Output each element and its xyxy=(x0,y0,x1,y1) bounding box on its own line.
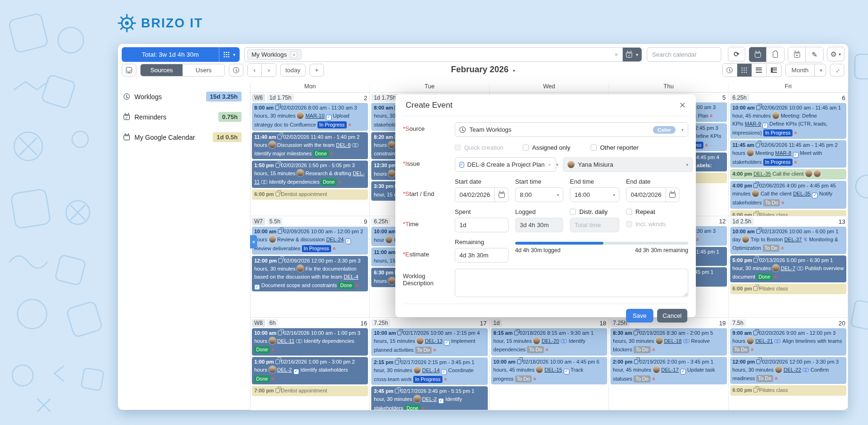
collapse-icon[interactable]: » xyxy=(702,144,711,147)
start-date-field[interactable]: 04/02/2026 xyxy=(455,187,509,202)
close-icon[interactable]: × xyxy=(679,101,685,110)
datepicker-button[interactable] xyxy=(666,188,679,202)
collapse-icon[interactable]: » xyxy=(649,377,658,381)
filter-bar[interactable]: My Worklogs× × ✓▾ xyxy=(244,47,642,62)
time-view-button[interactable] xyxy=(723,64,737,76)
distr-daily-checkbox[interactable]: Distr. daily xyxy=(570,208,619,215)
tab-sources[interactable]: Sources xyxy=(141,64,183,76)
incl-wknds-checkbox[interactable]: Incl. wknds xyxy=(626,221,679,228)
settings-button[interactable]: ⚙▾ xyxy=(827,47,844,61)
issue-clear-icon[interactable]: × xyxy=(548,162,551,168)
start-time-select[interactable]: 8:00▾ xyxy=(515,187,563,202)
recent-button[interactable] xyxy=(229,64,243,76)
repeat-checkbox[interactable]: Repeat xyxy=(626,208,679,215)
issue-key-link[interactable]: DEL-11 xyxy=(277,338,294,344)
period-select-caret[interactable]: ▾ xyxy=(814,64,826,76)
spent-value[interactable] xyxy=(455,221,508,229)
calendar-event[interactable]: 11:40 am02/02/2026 11:40 am - 1:40 pm 2 … xyxy=(252,132,368,160)
assigned-only-checkbox[interactable]: Assigned only xyxy=(523,144,584,151)
issue-key-link[interactable]: DEL-18 xyxy=(664,338,682,344)
calendar-view-button[interactable] xyxy=(749,47,767,62)
collapse-icon[interactable]: » xyxy=(649,348,658,351)
calendar-event[interactable]: 10:00 am02/06/2026 10:00 am - 11:45 am 1… xyxy=(730,103,846,139)
search-input[interactable] xyxy=(647,47,721,62)
collapse-icon[interactable]: » xyxy=(330,247,339,250)
sidebar-item-reminders[interactable]: ✓Reminders0.75h xyxy=(124,112,242,122)
refresh-button[interactable]: ⟳ xyxy=(728,47,745,61)
day-cell[interactable]: W75.5h910:00 am02/09/2026 10:00 am - 12:… xyxy=(250,216,370,318)
list-view-button[interactable] xyxy=(752,64,767,76)
issue-select[interactable]: DEL-8 Create a Project Plan × ▾ xyxy=(455,157,556,172)
day-cell[interactable]: 7.25h1710:00 am02/17/2026 10:00 am - 2:1… xyxy=(370,318,489,410)
calendar-event[interactable]: 6:00 pmPilates class xyxy=(730,210,846,216)
next-button[interactable]: › xyxy=(262,64,276,76)
end-date-field[interactable]: 04/02/2026 xyxy=(626,187,679,202)
collapse-icon[interactable]: » xyxy=(430,348,439,352)
save-button[interactable]: Save xyxy=(626,309,653,323)
filter-tag[interactable]: My Worklogs× xyxy=(247,49,301,60)
issue-key-link[interactable]: DEL-2 xyxy=(277,367,292,373)
edit-button[interactable]: ✎ xyxy=(806,47,823,62)
calendar-event[interactable]: 8:15 am02/18/2026 8:15 am - 9:30 am 1 ho… xyxy=(491,328,607,356)
remaining-value[interactable] xyxy=(455,252,508,259)
calendar-event[interactable]: 10:00 am02/09/2026 10:00 am - 12:00 pm 2… xyxy=(252,227,368,255)
day-cell[interactable]: 7.5h209:00 am02/20/2026 9:00 am - 12:00 … xyxy=(729,318,848,410)
sidebar-item-worklogs[interactable]: Worklogs15d 3.25h xyxy=(124,92,242,102)
calendar-event[interactable]: 6:00 pmPilates class xyxy=(730,385,846,396)
calendar-event[interactable]: 7:00 pmDentist appointment xyxy=(252,386,368,396)
issue-key-link[interactable]: MAR-10 xyxy=(305,113,324,119)
total-time-button[interactable]: Total: 3w 1d 4h 30m ▾ xyxy=(122,47,240,62)
calendar-event[interactable]: 3:45 pm02/17/2026 3:45 pm - 5:15 pm 1 ho… xyxy=(371,386,487,410)
collapse-icon[interactable]: » xyxy=(778,246,787,250)
issue-key-link[interactable]: DEL-22 xyxy=(784,367,801,373)
collapse-icon[interactable]: » xyxy=(327,152,336,155)
issue-key-link[interactable]: DEL-17 xyxy=(661,367,679,373)
day-cell[interactable]: 6.25h610:00 am02/06/2026 10:00 am - 11:4… xyxy=(729,93,848,216)
calendar-event[interactable]: 4:00 pmDEL-35Call the client xyxy=(730,169,846,179)
issue-key-link[interactable]: DEL-35 xyxy=(753,171,771,177)
source-field[interactable]: Team Worklogs Color ▾ xyxy=(455,122,688,137)
issue-key-link[interactable]: DEL-24 xyxy=(326,237,343,242)
worklog-description-textarea[interactable] xyxy=(455,269,688,297)
issue-key-link[interactable]: DEL-7 xyxy=(781,265,795,271)
issue-key-link[interactable]: DEL-20 xyxy=(542,338,559,344)
collapse-icon[interactable]: » xyxy=(530,377,539,381)
period-select-value[interactable]: Month xyxy=(786,64,814,76)
collapse-icon[interactable]: » xyxy=(748,348,757,351)
day-cell[interactable]: 1d 2.5h1310:00 am02/13/2026 10:00 am - 6… xyxy=(729,216,848,318)
collapse-icon[interactable]: » xyxy=(791,161,800,164)
issue-key-link[interactable]: DEL-35 xyxy=(793,191,810,196)
day-cell[interactable]: W86h1610:00 am02/16/2026 10:00 am - 1:00… xyxy=(250,318,370,410)
issue-key-link[interactable]: DEL-14 xyxy=(422,367,440,373)
datepicker-button[interactable] xyxy=(494,188,508,202)
filter-clear-icon[interactable]: × xyxy=(609,51,623,58)
issue-key-link[interactable]: MAR-8 xyxy=(775,150,791,156)
collapse-icon[interactable]: » xyxy=(352,284,361,287)
calendar-event[interactable]: 5:00 pm02/13/2026 5:00 pm - 6:30 pm 1 ho… xyxy=(730,255,846,283)
calendar-event[interactable]: 2:15 pm02/17/2026 2:15 pm - 3:45 pm 1 ho… xyxy=(371,357,487,385)
tab-users[interactable]: Users xyxy=(183,64,225,76)
collapse-icon[interactable]: » xyxy=(345,123,354,127)
issue-key-link[interactable]: DEL-13 xyxy=(425,338,442,344)
filter-calendar-dropdown[interactable]: ✓▾ xyxy=(623,48,642,61)
issue-key-link[interactable]: DEL-37 xyxy=(784,237,801,242)
calendar-event[interactable]: 12:00 pm02/09/2026 12:00 pm - 3:30 pm 3 … xyxy=(252,256,368,291)
issue-key-link[interactable]: DEL-4 xyxy=(344,274,359,280)
create-event-button[interactable]: + xyxy=(309,64,324,76)
expand-icon[interactable]: » xyxy=(771,275,780,279)
calendar-event[interactable]: 11:45 am02/06/2026 11:45 am - 1:45 pm 2 … xyxy=(730,140,846,168)
today-button[interactable]: today xyxy=(280,64,306,76)
issue-key-link[interactable]: MAR-9 xyxy=(745,121,761,127)
calendar-event[interactable]: 2:00 pm02/19/2026 2:00 pm - 3:45 pm 1 ho… xyxy=(610,357,726,385)
quick-creation-checkbox[interactable]: Quick creation xyxy=(455,144,516,151)
day-cell[interactable]: W61d 1.75h28:00 am02/02/2026 8:00 am - 1… xyxy=(250,93,370,216)
end-time-select[interactable]: 16:00▾ xyxy=(570,187,619,202)
filter-tag-remove-icon[interactable]: × xyxy=(291,51,297,58)
timeline-view-button[interactable] xyxy=(767,64,781,76)
reporter-select[interactable]: Yana Misiura ▾ xyxy=(563,157,693,172)
collapse-icon[interactable]: » xyxy=(542,348,551,351)
collapse-icon[interactable]: » xyxy=(441,378,450,381)
calendar-event[interactable]: 1:00 pm02/16/2026 1:00 pm - 3:00 pm 2 ho… xyxy=(252,357,368,385)
collapse-icon[interactable]: » xyxy=(268,377,277,381)
prev-button[interactable]: ‹ xyxy=(248,64,262,76)
